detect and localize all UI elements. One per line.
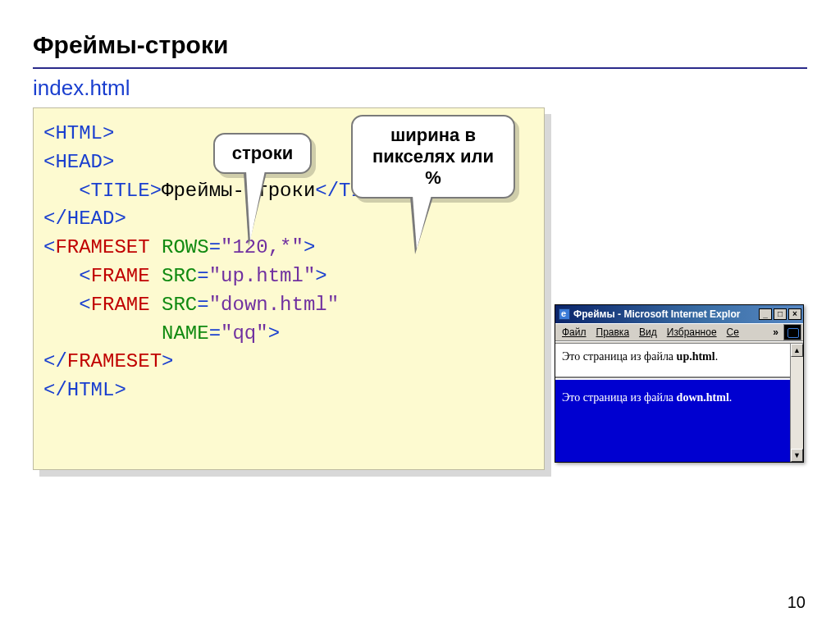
callout-rows: строки [213, 133, 312, 174]
scrollbar[interactable]: ▲ ▼ [790, 344, 803, 462]
code-name-val: "qq" [221, 322, 268, 345]
page-number: 10 [788, 593, 806, 612]
frame-up-text-b: up.html [677, 350, 715, 363]
scroll-down-button[interactable]: ▼ [791, 449, 803, 462]
code-sp [150, 294, 162, 316]
code-sp [150, 265, 162, 287]
scroll-up-button[interactable]: ▲ [791, 344, 803, 357]
code-title-text: Фреймы-строки [162, 180, 315, 202]
menu-help[interactable]: Се [722, 325, 744, 340]
code-lt: < [79, 265, 90, 287]
code-lt: < [43, 236, 55, 258]
code-gt: > [268, 322, 280, 345]
callout-tail [244, 172, 267, 246]
window-maximize-button[interactable]: □ [774, 308, 787, 320]
window-minimize-button[interactable]: _ [759, 308, 772, 320]
code-frame-tag: FRAME [91, 294, 150, 316]
code-lt: < [79, 294, 90, 316]
code-eq: = [197, 265, 208, 287]
code-indent [43, 294, 79, 316]
title-divider [33, 67, 807, 69]
code-lt: </ [43, 350, 67, 372]
ie-menubar: Файл Правка Вид Избранное Се » [555, 323, 803, 341]
code-gt: > [315, 265, 326, 287]
frame-down: Это страница из файла down.html. [555, 380, 790, 462]
code-indent [43, 180, 79, 202]
code-eq: = [209, 236, 221, 258]
code-src-attr: SRC [162, 265, 197, 287]
code-frameset-close: FRAMESET [67, 350, 162, 372]
menu-favorites[interactable]: Избранное [662, 325, 722, 340]
frame-down-text-b: down.html [677, 391, 729, 404]
code-src-val: "up.html" [209, 265, 316, 287]
code-head-close: </HEAD> [43, 208, 126, 230]
callout-width-text: ширина в пикселях или % [372, 125, 494, 188]
ie-content-area: Это страница из файла up.html. Это стран… [555, 344, 803, 462]
frame-up-text-a: Это страница из файла [562, 350, 677, 363]
menu-file[interactable]: Файл [557, 325, 591, 340]
frame-down-text-c: . [729, 391, 733, 404]
menu-view[interactable]: Вид [634, 325, 662, 340]
menu-edit[interactable]: Правка [591, 325, 635, 340]
ie-titlebar[interactable]: Фреймы - Microsoft Internet Explor _ □ × [555, 305, 803, 323]
ie-throbber-icon [783, 324, 801, 340]
code-name-attr: NAME [162, 322, 209, 345]
filename-label: index.html [33, 75, 807, 101]
ie-icon [559, 308, 570, 320]
frame-up-text-c: . [715, 350, 719, 363]
code-gt: > [162, 350, 173, 372]
code-gt: > [304, 236, 315, 258]
callout-tail [410, 197, 433, 254]
callout-rows-text: строки [232, 143, 293, 163]
code-html-close: </HTML> [43, 379, 126, 401]
code-frame-tag: FRAME [91, 265, 150, 287]
code-sp [150, 236, 162, 258]
code-eq: = [197, 294, 208, 316]
code-frameset-open: FRAMESET [55, 236, 149, 258]
code-rows-attr: ROWS [162, 236, 209, 258]
scroll-track[interactable] [791, 357, 803, 449]
code-indent [43, 265, 79, 287]
slide-title: Фреймы-строки [33, 31, 807, 59]
code-head-open: <HEAD> [43, 151, 114, 173]
ie-window: Фреймы - Microsoft Internet Explor _ □ ×… [555, 304, 804, 463]
callout-width: ширина в пикселях или % [351, 115, 515, 199]
frame-up: Это страница из файла up.html. [555, 344, 790, 378]
code-src-val: "down.html" [209, 294, 339, 316]
code-title-open: <TITLE> [79, 180, 162, 202]
window-close-button[interactable]: × [788, 308, 801, 320]
code-html-open: <HTML> [43, 122, 114, 144]
menu-chevron-icon[interactable]: » [771, 326, 780, 338]
code-indent [43, 322, 162, 345]
frame-down-text-a: Это страница из файла [562, 391, 677, 404]
code-src-attr: SRC [162, 294, 197, 316]
ie-title-text: Фреймы - Microsoft Internet Explor [573, 308, 757, 320]
code-eq: = [209, 322, 221, 345]
